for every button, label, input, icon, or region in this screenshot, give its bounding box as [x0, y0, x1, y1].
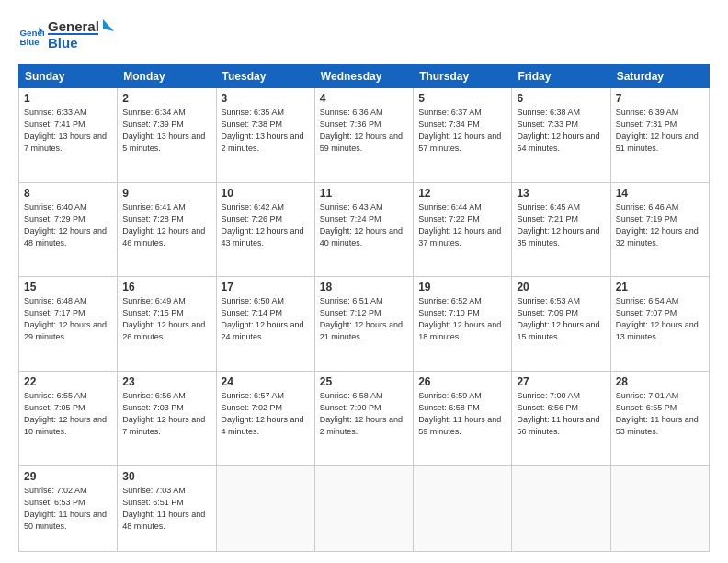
- calendar-cell: 3Sunrise: 6:35 AMSunset: 7:38 PMDaylight…: [216, 88, 314, 183]
- calendar-cell: 17Sunrise: 6:50 AMSunset: 7:14 PMDayligh…: [216, 277, 314, 372]
- day-info: Sunrise: 6:46 AMSunset: 7:19 PMDaylight:…: [616, 201, 704, 249]
- day-number: 28: [616, 375, 704, 388]
- calendar-cell: 1Sunrise: 6:33 AMSunset: 7:41 PMDaylight…: [19, 88, 118, 183]
- day-number: 25: [320, 375, 408, 388]
- calendar-cell: 9Sunrise: 6:41 AMSunset: 7:28 PMDaylight…: [118, 182, 216, 277]
- svg-text:Blue: Blue: [19, 37, 40, 47]
- day-info: Sunrise: 6:54 AMSunset: 7:07 PMDaylight:…: [616, 295, 704, 343]
- day-number: 11: [320, 187, 408, 200]
- calendar-cell: 29Sunrise: 7:02 AMSunset: 6:53 PMDayligh…: [19, 465, 118, 551]
- logo-icon: General Blue: [18, 22, 44, 48]
- day-number: 13: [517, 187, 605, 200]
- day-number: 18: [320, 281, 408, 293]
- weekday-header-friday: Friday: [512, 65, 610, 88]
- day-info: Sunrise: 7:03 AMSunset: 6:51 PMDaylight:…: [122, 485, 210, 533]
- day-info: Sunrise: 6:57 AMSunset: 7:02 PMDaylight:…: [222, 390, 310, 438]
- day-number: 30: [122, 470, 210, 483]
- day-info: Sunrise: 6:40 AMSunset: 7:29 PMDaylight:…: [24, 201, 112, 249]
- calendar-cell: 28Sunrise: 7:01 AMSunset: 6:55 PMDayligh…: [610, 371, 709, 465]
- calendar-cell: 19Sunrise: 6:52 AMSunset: 7:10 PMDayligh…: [414, 277, 512, 372]
- day-number: 23: [122, 375, 210, 388]
- calendar-week-1: 1Sunrise: 6:33 AMSunset: 7:41 PMDaylight…: [19, 88, 710, 183]
- calendar-cell: 4Sunrise: 6:36 AMSunset: 7:36 PMDaylight…: [314, 88, 413, 183]
- day-info: Sunrise: 6:41 AMSunset: 7:28 PMDaylight:…: [122, 201, 210, 249]
- day-info: Sunrise: 6:51 AMSunset: 7:12 PMDaylight:…: [320, 295, 408, 343]
- day-info: Sunrise: 6:59 AMSunset: 6:58 PMDaylight:…: [418, 390, 506, 438]
- day-number: 10: [222, 187, 310, 200]
- calendar-cell: 16Sunrise: 6:49 AMSunset: 7:15 PMDayligh…: [118, 277, 216, 372]
- day-info: Sunrise: 7:00 AMSunset: 6:56 PMDaylight:…: [517, 390, 605, 438]
- day-info: Sunrise: 6:35 AMSunset: 7:38 PMDaylight:…: [222, 107, 310, 155]
- calendar-cell: 13Sunrise: 6:45 AMSunset: 7:21 PMDayligh…: [512, 182, 610, 277]
- day-info: Sunrise: 7:01 AMSunset: 6:55 PMDaylight:…: [616, 390, 704, 438]
- day-number: 16: [122, 281, 210, 293]
- calendar-cell: 14Sunrise: 6:46 AMSunset: 7:19 PMDayligh…: [610, 182, 709, 277]
- weekday-header-monday: Monday: [118, 65, 216, 88]
- day-number: 4: [320, 92, 408, 105]
- calendar-cell: 7Sunrise: 6:39 AMSunset: 7:31 PMDaylight…: [610, 88, 709, 183]
- day-info: Sunrise: 6:58 AMSunset: 7:00 PMDaylight:…: [320, 390, 408, 438]
- calendar-cell: [512, 465, 610, 551]
- day-number: 2: [122, 92, 210, 105]
- calendar-cell: 8Sunrise: 6:40 AMSunset: 7:29 PMDaylight…: [19, 182, 118, 277]
- day-info: Sunrise: 6:44 AMSunset: 7:22 PMDaylight:…: [418, 201, 506, 249]
- day-number: 17: [222, 281, 310, 293]
- weekday-header-saturday: Saturday: [610, 65, 709, 88]
- calendar-cell: 26Sunrise: 6:59 AMSunset: 6:58 PMDayligh…: [414, 371, 512, 465]
- day-info: Sunrise: 6:50 AMSunset: 7:14 PMDaylight:…: [222, 295, 310, 343]
- calendar-cell: 12Sunrise: 6:44 AMSunset: 7:22 PMDayligh…: [414, 182, 512, 277]
- svg-text:Blue: Blue: [48, 35, 78, 51]
- calendar-cell: 15Sunrise: 6:48 AMSunset: 7:17 PMDayligh…: [19, 277, 118, 372]
- calendar-cell: 20Sunrise: 6:53 AMSunset: 7:09 PMDayligh…: [512, 277, 610, 372]
- day-info: Sunrise: 6:42 AMSunset: 7:26 PMDaylight:…: [222, 201, 310, 249]
- weekday-header-thursday: Thursday: [414, 65, 512, 88]
- calendar-cell: 5Sunrise: 6:37 AMSunset: 7:34 PMDaylight…: [414, 88, 512, 183]
- day-number: 19: [418, 281, 506, 293]
- calendar-cell: 22Sunrise: 6:55 AMSunset: 7:05 PMDayligh…: [19, 371, 118, 465]
- day-info: Sunrise: 6:36 AMSunset: 7:36 PMDaylight:…: [320, 107, 408, 155]
- calendar-table: SundayMondayTuesdayWednesdayThursdayFrid…: [18, 64, 710, 552]
- day-info: Sunrise: 6:43 AMSunset: 7:24 PMDaylight:…: [320, 201, 408, 249]
- weekday-header-wednesday: Wednesday: [314, 65, 413, 88]
- weekday-header-tuesday: Tuesday: [216, 65, 314, 88]
- day-number: 27: [517, 375, 605, 388]
- calendar-cell: 18Sunrise: 6:51 AMSunset: 7:12 PMDayligh…: [314, 277, 413, 372]
- calendar-cell: [216, 465, 314, 551]
- header: General Blue General Blue: [18, 15, 710, 55]
- calendar-cell: 10Sunrise: 6:42 AMSunset: 7:26 PMDayligh…: [216, 182, 314, 277]
- day-number: 7: [616, 92, 704, 105]
- day-number: 24: [222, 375, 310, 388]
- day-info: Sunrise: 6:34 AMSunset: 7:39 PMDaylight:…: [122, 107, 210, 155]
- logo-svg: General Blue: [48, 15, 131, 52]
- day-number: 3: [222, 92, 310, 105]
- calendar-week-2: 8Sunrise: 6:40 AMSunset: 7:29 PMDaylight…: [19, 182, 710, 277]
- day-info: Sunrise: 6:53 AMSunset: 7:09 PMDaylight:…: [517, 295, 605, 343]
- calendar-week-3: 15Sunrise: 6:48 AMSunset: 7:17 PMDayligh…: [19, 277, 710, 372]
- calendar-cell: 2Sunrise: 6:34 AMSunset: 7:39 PMDaylight…: [118, 88, 216, 183]
- day-info: Sunrise: 6:48 AMSunset: 7:17 PMDaylight:…: [24, 295, 112, 343]
- svg-text:General: General: [48, 18, 99, 34]
- calendar-cell: 30Sunrise: 7:03 AMSunset: 6:51 PMDayligh…: [118, 465, 216, 551]
- calendar-cell: 11Sunrise: 6:43 AMSunset: 7:24 PMDayligh…: [314, 182, 413, 277]
- day-info: Sunrise: 6:39 AMSunset: 7:31 PMDaylight:…: [616, 107, 704, 155]
- day-number: 5: [418, 92, 506, 105]
- day-number: 12: [418, 187, 506, 200]
- svg-marker-6: [103, 19, 114, 31]
- day-number: 6: [517, 92, 605, 105]
- day-info: Sunrise: 6:56 AMSunset: 7:03 PMDaylight:…: [122, 390, 210, 438]
- calendar-cell: 24Sunrise: 6:57 AMSunset: 7:02 PMDayligh…: [216, 371, 314, 465]
- calendar-cell: 6Sunrise: 6:38 AMSunset: 7:33 PMDaylight…: [512, 88, 610, 183]
- day-number: 14: [616, 187, 704, 200]
- calendar-cell: 25Sunrise: 6:58 AMSunset: 7:00 PMDayligh…: [314, 371, 413, 465]
- day-info: Sunrise: 6:52 AMSunset: 7:10 PMDaylight:…: [418, 295, 506, 343]
- day-info: Sunrise: 6:37 AMSunset: 7:34 PMDaylight:…: [418, 107, 506, 155]
- day-info: Sunrise: 6:33 AMSunset: 7:41 PMDaylight:…: [24, 107, 112, 155]
- calendar-cell: [414, 465, 512, 551]
- calendar-cell: 21Sunrise: 6:54 AMSunset: 7:07 PMDayligh…: [610, 277, 709, 372]
- day-info: Sunrise: 6:38 AMSunset: 7:33 PMDaylight:…: [517, 107, 605, 155]
- calendar-cell: 23Sunrise: 6:56 AMSunset: 7:03 PMDayligh…: [118, 371, 216, 465]
- logo: General Blue General Blue: [18, 15, 131, 55]
- day-number: 26: [418, 375, 506, 388]
- day-info: Sunrise: 6:49 AMSunset: 7:15 PMDaylight:…: [122, 295, 210, 343]
- day-number: 22: [24, 375, 112, 388]
